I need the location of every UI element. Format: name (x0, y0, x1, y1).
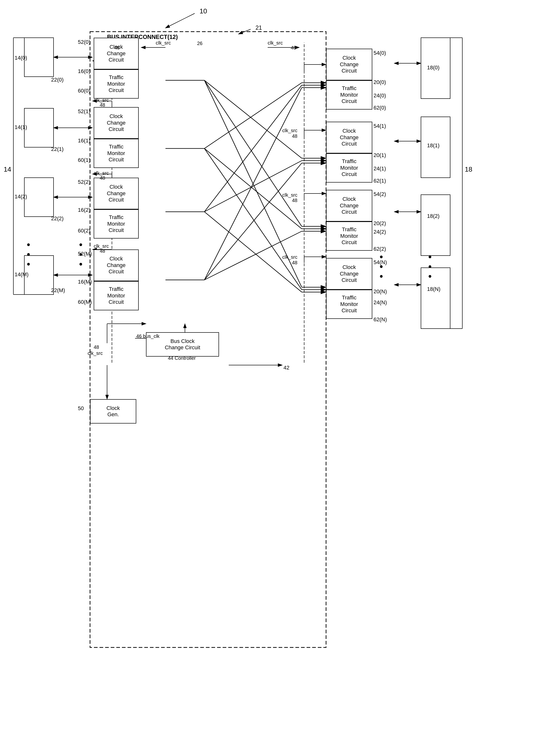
label-22-2: 22(2) (51, 215, 64, 222)
ccc-right-n: ClockChangeCircuit (326, 258, 372, 290)
label-22-0: 22(0) (51, 77, 64, 83)
clock-gen: ClockGen. (90, 399, 136, 423)
ccc-left-2: ClockChangeCircuit (94, 178, 139, 209)
svg-rect-8 (24, 38, 54, 77)
label-60-0: 60(0) (78, 88, 90, 94)
tmc-left-m: TrafficMonitorCircuit (94, 281, 139, 310)
label-48-m: 48 (100, 248, 105, 254)
ccc-right-1: ClockChangeCircuit (326, 122, 372, 153)
svg-line-58 (204, 148, 302, 229)
ccc-right-0: ClockChangeCircuit (326, 49, 372, 80)
diagram-container: 10 21 BUS INTERCONNECT(12) ClockChangeCi… (0, 0, 556, 756)
label-16-1: 16(1) (78, 138, 90, 144)
label-controller: 44 Controller (168, 355, 196, 361)
label-52-2: 52(2) (78, 179, 90, 185)
label-54-0: 54(0) (374, 50, 386, 56)
tmc-right-0: TrafficMonitorCircuit (326, 80, 372, 109)
label-clk-src-bcc: clk_src (88, 350, 103, 356)
label-24-n: 24(N) (374, 299, 387, 306)
label-18-0: 18(0) (427, 65, 440, 71)
label-18-n: 18(N) (427, 286, 441, 292)
label-16-0: 16(0) (78, 68, 90, 74)
label-clk-src-top-left: clk_src (156, 40, 171, 46)
label-48-top-left: 48 (114, 45, 120, 50)
dots-left-1: ••• (27, 240, 30, 269)
label-22-1: 22(1) (51, 146, 64, 152)
label-clk-src-r1: clk_src (282, 128, 297, 133)
label-20-1: 20(1) (374, 152, 386, 159)
label-48-top-right: 48 (291, 45, 296, 50)
svg-rect-9 (24, 108, 54, 147)
label-48-bcc: 48 (94, 344, 99, 350)
label-18-2: 18(2) (427, 213, 440, 219)
label-16-m: 16(M) (78, 279, 92, 285)
svg-rect-14 (421, 195, 450, 255)
label-20-n: 20(N) (374, 288, 387, 295)
tmc-right-n: TrafficMonitorCircuit (326, 290, 372, 319)
label-clk-src-r2: clk_src (282, 192, 297, 198)
label-62-n: 62(N) (374, 316, 387, 323)
label-14-bracket: 14 (4, 166, 11, 173)
svg-rect-15 (421, 268, 450, 329)
svg-line-6 (166, 13, 195, 28)
label-24-1: 24(1) (374, 166, 386, 172)
svg-line-49 (204, 80, 302, 158)
svg-line-72 (204, 163, 302, 280)
ref-21: 21 (255, 24, 262, 31)
label-18-bracket: 18 (465, 166, 472, 173)
label-60-m: 60(M) (78, 299, 92, 305)
ccc-right-2: ClockChangeCircuit (326, 190, 372, 221)
label-48-r2: 48 (292, 198, 297, 203)
label-14-2: 14(2) (14, 194, 27, 200)
label-20-0: 20(0) (374, 79, 386, 85)
svg-line-56 (204, 83, 302, 148)
label-clk-src-top-right: clk_src (268, 40, 283, 46)
ccc-left-0: ClockChangeCircuit (94, 38, 139, 69)
label-48-2: 48 (100, 175, 105, 181)
label-16-2: 16(2) (78, 207, 90, 213)
ref-10: 10 (200, 7, 207, 15)
label-54-2: 54(2) (374, 191, 386, 197)
ccc-left-m: ClockChangeCircuit (94, 249, 139, 281)
label-42: 42 (283, 365, 289, 371)
svg-line-51 (204, 80, 302, 226)
label-60-2: 60(2) (78, 228, 90, 234)
label-14-m: 14(M) (14, 271, 29, 278)
label-24-2: 24(2) (374, 229, 386, 235)
tmc-right-2: TrafficMonitorCircuit (326, 221, 372, 251)
svg-line-67 (204, 212, 302, 292)
label-20-2: 20(2) (374, 220, 386, 227)
label-48-1: 48 (100, 102, 105, 108)
svg-line-60 (204, 148, 302, 290)
label-50: 50 (78, 405, 84, 412)
label-52-1: 52(1) (78, 108, 90, 115)
tmc-left-0: TrafficMonitorCircuit (94, 69, 139, 99)
label-24-0: 24(0) (374, 93, 386, 99)
label-62-1: 62(1) (374, 178, 386, 184)
label-18-1: 18(1) (427, 142, 440, 149)
label-48-r1: 48 (292, 133, 297, 139)
tmc-right-1: TrafficMonitorCircuit (326, 153, 372, 182)
label-48-rn: 48 (292, 260, 297, 266)
label-54-1: 54(1) (374, 123, 386, 129)
tmc-left-2: TrafficMonitorCircuit (94, 209, 139, 239)
label-62-0: 62(0) (374, 105, 386, 111)
svg-line-70 (204, 88, 302, 280)
dots-right-1: ••• (380, 252, 383, 281)
label-14-0: 14(0) (14, 55, 27, 61)
label-26: 26 (197, 41, 203, 46)
label-14-1: 14(1) (14, 124, 27, 131)
label-52-0: 52(0) (78, 39, 90, 45)
dots-right-2: ••• (428, 252, 432, 281)
label-clk-src-rn: clk_src (282, 254, 297, 260)
label-60-1: 60(1) (78, 157, 90, 163)
ccc-left-1: ClockChangeCircuit (94, 107, 139, 139)
dots-left-2: ••• (79, 240, 82, 269)
label-bus-clk: 46 bus_clk (136, 334, 160, 339)
label-22-m: 22(M) (51, 287, 65, 294)
tmc-left-1: TrafficMonitorCircuit (94, 139, 139, 168)
svg-rect-10 (24, 178, 54, 217)
